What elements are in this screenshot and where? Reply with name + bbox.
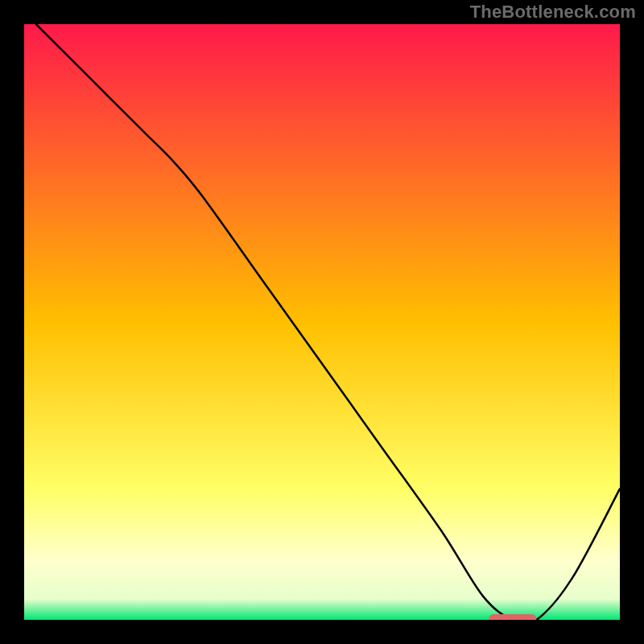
chart-svg <box>24 24 620 620</box>
chart-container: TheBottleneck.com <box>0 0 644 644</box>
gradient-background <box>24 24 620 620</box>
optimal-marker <box>489 614 536 620</box>
plot-area <box>24 24 620 620</box>
attribution-label: TheBottleneck.com <box>470 2 636 23</box>
